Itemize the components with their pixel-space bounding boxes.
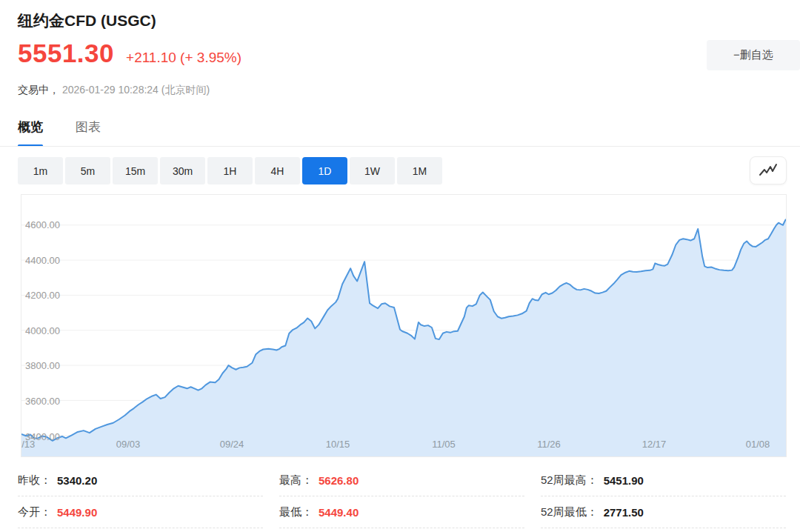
stat-label: 52周最低： xyxy=(541,505,598,519)
range-button-1W[interactable]: 1W xyxy=(350,157,395,184)
tab-bar: 概览图表 xyxy=(18,119,101,147)
y-axis-tick: 3800.00 xyxy=(25,359,60,373)
stat-column: 昨收：5340.20今开：5449.90 xyxy=(18,465,263,528)
stat-label: 今开： xyxy=(18,505,51,519)
stat-column: 52周最高：5451.9052周最低：2771.50 xyxy=(541,465,786,528)
x-axis-tick: 08/13 xyxy=(21,439,45,450)
trading-status: 交易中， 2026-01-29 10:28:24 (北京时间) xyxy=(18,84,210,97)
stat-column: 最高：5626.80最低：5449.40 xyxy=(279,465,524,528)
page-title: 纽约金CFD (USGC) xyxy=(18,10,156,31)
stat-value: 5340.20 xyxy=(57,474,97,487)
stat-label: 最高： xyxy=(279,473,313,488)
x-axis-tick: 11/26 xyxy=(527,439,571,450)
range-button-4H[interactable]: 4H xyxy=(255,157,300,184)
remove-watchlist-button[interactable]: −删自选 xyxy=(707,40,800,70)
range-button-30m[interactable]: 30m xyxy=(160,157,205,184)
gold-cfd-quote-page: 纽约金CFD (USGC) −删自选 5551.30 +211.10 (+ 3.… xyxy=(0,0,800,532)
tab-chart[interactable]: 图表 xyxy=(76,119,101,147)
stat-row: 昨收：5340.20 xyxy=(18,465,263,496)
quote-block: 5551.30 +211.10 (+ 3.95%) xyxy=(18,37,241,70)
range-button-1D[interactable]: 1D xyxy=(302,157,347,184)
remove-watchlist-label: −删自选 xyxy=(733,48,773,62)
tab-divider xyxy=(0,146,800,147)
price-change: +211.10 (+ 3.95%) xyxy=(126,50,241,66)
stat-label: 昨收： xyxy=(18,473,51,488)
line-chart-icon xyxy=(759,163,778,178)
price-chart[interactable]: 4600.004400.004200.004000.003800.003600.… xyxy=(21,194,787,457)
quote-timestamp: 2026-01-29 10:28:24 xyxy=(62,84,159,96)
stat-value: 5451.90 xyxy=(604,474,644,487)
stat-row: 52周最高：5451.90 xyxy=(541,465,786,496)
stat-value: 5626.80 xyxy=(319,474,359,487)
y-axis-tick: 4200.00 xyxy=(25,289,60,302)
x-axis-tick: 12/17 xyxy=(632,439,676,450)
area-chart xyxy=(21,195,786,456)
range-button-5m[interactable]: 5m xyxy=(65,157,110,184)
y-axis-tick: 4000.00 xyxy=(25,325,60,338)
y-axis-tick: 3600.00 xyxy=(25,395,60,408)
stat-row: 52周最低：2771.50 xyxy=(541,496,786,528)
x-axis-tick: 09/03 xyxy=(106,439,150,450)
x-axis-tick: 11/05 xyxy=(421,439,466,450)
timezone-note: (北京时间) xyxy=(161,84,210,96)
chart-type-button[interactable] xyxy=(750,156,787,184)
tab-overview[interactable]: 概览 xyxy=(18,119,43,147)
range-button-1H[interactable]: 1H xyxy=(207,157,253,184)
stats-grid: 昨收：5340.20今开：5449.90最高：5626.80最低：5449.40… xyxy=(18,465,786,528)
stat-value: 5449.90 xyxy=(57,506,97,519)
range-button-1M[interactable]: 1M xyxy=(397,157,442,184)
stat-row: 今开：5449.90 xyxy=(18,496,263,528)
stat-row: 最高：5626.80 xyxy=(279,465,524,496)
range-button-1m[interactable]: 1m xyxy=(18,157,63,184)
stat-value: 5449.40 xyxy=(319,506,359,519)
x-axis-tick: 01/08 xyxy=(736,439,780,450)
stat-label: 最低： xyxy=(279,505,313,519)
y-axis-tick: 4400.00 xyxy=(25,254,60,267)
stat-label: 52周最高： xyxy=(541,473,598,488)
stat-row: 最低：5449.40 xyxy=(279,496,524,528)
y-axis-tick: 4600.00 xyxy=(25,219,60,232)
range-button-15m[interactable]: 15m xyxy=(113,157,158,184)
market-state-label: 交易中， xyxy=(18,84,59,96)
last-price: 5551.30 xyxy=(18,37,114,70)
x-axis-tick: 10/15 xyxy=(316,439,360,450)
stat-value: 2771.50 xyxy=(604,506,644,519)
x-axis-tick: 09/24 xyxy=(210,439,254,450)
range-selector: 1m5m15m30m1H4H1D1W1M xyxy=(18,157,442,184)
